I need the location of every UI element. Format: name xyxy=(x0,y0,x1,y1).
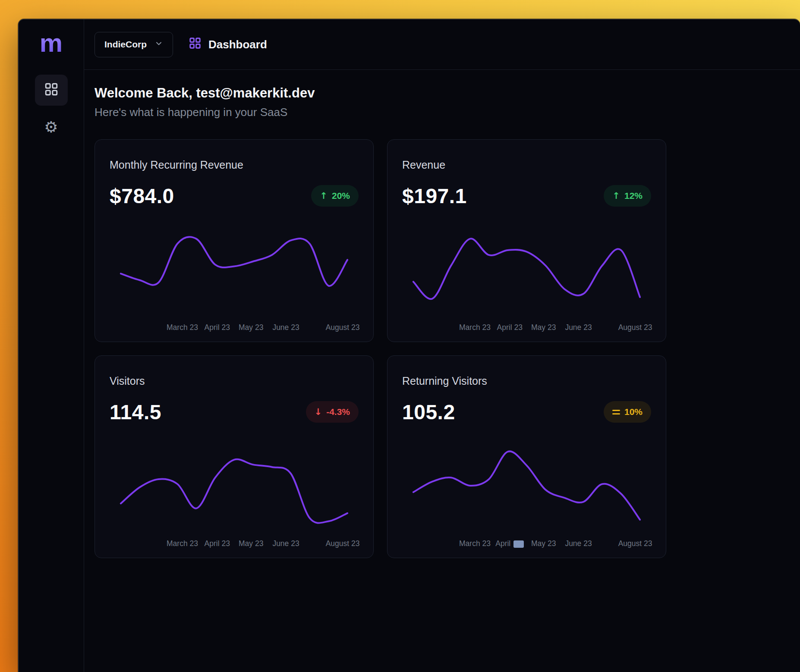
settings-icon[interactable]: ⚙ xyxy=(44,119,58,135)
line-chart xyxy=(402,440,651,531)
arrow-up-icon: ↑ xyxy=(612,192,620,201)
line-chart-svg xyxy=(110,224,359,315)
trend-value: 10% xyxy=(624,407,643,417)
content-area: IndieCorp Dashboard xyxy=(84,19,800,672)
stat-card: Returning Visitors105.210%March 23AprilM… xyxy=(387,355,666,558)
card-title: Returning Visitors xyxy=(402,375,651,387)
x-axis-label: June 23 xyxy=(565,323,592,332)
equals-icon xyxy=(612,410,620,415)
x-axis-label: August 23 xyxy=(618,539,652,548)
card-title: Visitors xyxy=(110,375,359,387)
dashboard-icon xyxy=(189,37,202,53)
x-axis-label: March 23 xyxy=(459,323,491,332)
welcome-title: Welcome Back, test@makerkit.dev xyxy=(94,85,790,101)
sidebar: m ⚙ xyxy=(19,19,84,672)
stat-card: Revenue$197.1↑12%March 23April 23May 23J… xyxy=(387,139,666,342)
app-logo[interactable]: m xyxy=(40,29,63,57)
x-axis-label: April 23 xyxy=(205,539,230,548)
stat-card: Visitors114.5↓-4.3%March 23April 23May 2… xyxy=(94,355,374,558)
chevron-down-icon xyxy=(154,39,163,50)
x-axis-label: August 23 xyxy=(326,539,360,548)
arrow-down-icon: ↓ xyxy=(315,408,322,417)
x-axis-label: August 23 xyxy=(618,323,652,332)
x-axis-label: June 23 xyxy=(565,539,592,548)
x-axis-label: June 23 xyxy=(272,539,299,548)
cards-grid: Monthly Recurring Revenue$784.0↑20%March… xyxy=(94,139,790,558)
welcome-subtitle: Here's what is happening in your SaaS xyxy=(94,106,790,119)
x-axis-label: August 23 xyxy=(326,323,360,332)
x-axis-label: June 23 xyxy=(272,323,299,332)
org-switcher-button[interactable]: IndieCorp xyxy=(94,32,173,57)
card-title: Monthly Recurring Revenue xyxy=(110,159,359,171)
card-value-row: 114.5↓-4.3% xyxy=(110,399,359,424)
line-chart-svg xyxy=(402,440,651,531)
trend-badge: ↓-4.3% xyxy=(306,401,359,423)
app-window: m ⚙ IndieCorp xyxy=(18,19,800,672)
stat-card: Monthly Recurring Revenue$784.0↑20%March… xyxy=(94,139,374,342)
org-name: IndieCorp xyxy=(104,39,147,50)
selection-artifact xyxy=(513,540,524,548)
x-axis-labels: March 23April 23May 23June 23August 23 xyxy=(402,323,651,333)
grid-icon xyxy=(44,82,59,98)
x-axis-label: March 23 xyxy=(459,539,491,548)
card-value-row: $784.0↑20% xyxy=(110,183,359,208)
x-axis-label: April 23 xyxy=(497,323,523,332)
page-title: Dashboard xyxy=(208,38,267,51)
card-value: 105.2 xyxy=(402,400,455,424)
x-axis-label: March 23 xyxy=(167,323,198,332)
x-axis-labels: March 23AprilMay 23June 23August 23 xyxy=(402,539,651,549)
x-axis-label: March 23 xyxy=(167,539,198,548)
trend-value: 20% xyxy=(332,191,350,201)
card-title: Revenue xyxy=(402,159,651,171)
main-content: Welcome Back, test@makerkit.dev Here's w… xyxy=(84,70,800,558)
trend-badge: ↑20% xyxy=(311,185,359,207)
card-value: $197.1 xyxy=(402,184,467,208)
x-axis-label: April xyxy=(495,539,524,548)
line-chart xyxy=(402,224,651,315)
line-chart-svg xyxy=(110,440,359,531)
card-value-row: $197.1↑12% xyxy=(402,183,651,208)
x-axis-labels: March 23April 23May 23June 23August 23 xyxy=(110,539,359,549)
arrow-up-icon: ↑ xyxy=(320,192,328,201)
trend-value: 12% xyxy=(624,191,643,201)
x-axis-label: May 23 xyxy=(531,323,556,332)
x-axis-label: May 23 xyxy=(239,539,263,548)
page-heading: Dashboard xyxy=(189,37,267,53)
trend-badge: ↑12% xyxy=(604,185,651,207)
trend-value: -4.3% xyxy=(326,407,350,417)
line-chart-svg xyxy=(402,224,651,315)
trend-badge: 10% xyxy=(604,401,651,423)
x-axis-label: May 23 xyxy=(531,539,556,548)
sidebar-item-dashboard[interactable] xyxy=(35,75,68,106)
x-axis-label: April 23 xyxy=(205,323,230,332)
card-value-row: 105.210% xyxy=(402,399,651,424)
x-axis-label: May 23 xyxy=(239,323,263,332)
topbar: IndieCorp Dashboard xyxy=(84,19,800,70)
card-value: $784.0 xyxy=(110,184,174,208)
line-chart xyxy=(110,224,359,315)
line-chart xyxy=(110,440,359,531)
card-value: 114.5 xyxy=(110,400,161,424)
x-axis-labels: March 23April 23May 23June 23August 23 xyxy=(110,323,359,333)
